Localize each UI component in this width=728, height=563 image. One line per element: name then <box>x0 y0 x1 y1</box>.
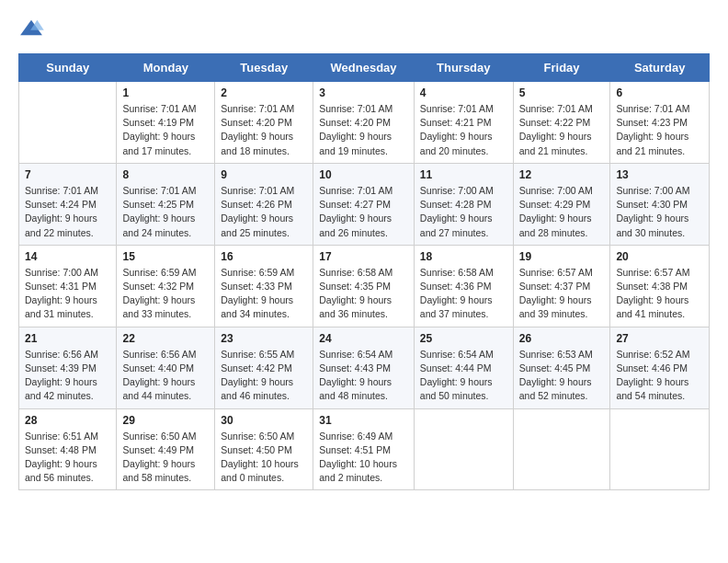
weekday-header-cell: Thursday <box>414 54 513 82</box>
calendar-cell: 24 Sunrise: 6:54 AMSunset: 4:43 PMDaylig… <box>313 327 415 408</box>
day-number: 9 <box>221 168 307 181</box>
day-number: 30 <box>221 414 307 427</box>
calendar-cell: 21 Sunrise: 6:56 AMSunset: 4:39 PMDaylig… <box>19 327 117 408</box>
cell-info: Sunrise: 6:58 AMSunset: 4:36 PMDaylight:… <box>420 266 507 322</box>
cell-info: Sunrise: 7:01 AMSunset: 4:20 PMDaylight:… <box>319 102 408 158</box>
day-number: 16 <box>221 250 307 263</box>
calendar-cell: 8 Sunrise: 7:01 AMSunset: 4:25 PMDayligh… <box>117 163 215 245</box>
day-number: 17 <box>319 250 408 263</box>
cell-info: Sunrise: 7:01 AMSunset: 4:27 PMDaylight:… <box>319 184 408 240</box>
cell-info: Sunrise: 6:50 AMSunset: 4:49 PMDaylight:… <box>122 430 209 486</box>
cell-info: Sunrise: 6:59 AMSunset: 4:32 PMDaylight:… <box>122 266 209 322</box>
weekday-header-cell: Wednesday <box>313 54 415 82</box>
calendar-table: SundayMondayTuesdayWednesdayThursdayFrid… <box>18 53 710 490</box>
day-number: 5 <box>519 86 605 99</box>
weekday-header-cell: Saturday <box>610 54 710 82</box>
calendar-cell: 18 Sunrise: 6:58 AMSunset: 4:36 PMDaylig… <box>414 245 513 327</box>
calendar-cell: 7 Sunrise: 7:01 AMSunset: 4:24 PMDayligh… <box>19 163 117 245</box>
day-number: 20 <box>616 250 703 263</box>
calendar-cell: 15 Sunrise: 6:59 AMSunset: 4:32 PMDaylig… <box>117 245 215 327</box>
day-number: 10 <box>319 168 408 181</box>
day-number: 28 <box>25 414 110 427</box>
calendar-cell: 17 Sunrise: 6:58 AMSunset: 4:35 PMDaylig… <box>313 245 415 327</box>
weekday-header-cell: Sunday <box>19 54 117 82</box>
calendar-cell <box>610 408 710 490</box>
day-number: 27 <box>616 332 703 345</box>
day-number: 24 <box>319 332 408 345</box>
calendar-cell: 4 Sunrise: 7:01 AMSunset: 4:21 PMDayligh… <box>414 82 513 164</box>
weekday-header-cell: Friday <box>513 54 610 82</box>
calendar-cell: 9 Sunrise: 7:01 AMSunset: 4:26 PMDayligh… <box>215 163 313 245</box>
calendar-cell: 10 Sunrise: 7:01 AMSunset: 4:27 PMDaylig… <box>313 163 415 245</box>
cell-info: Sunrise: 6:49 AMSunset: 4:51 PMDaylight:… <box>319 430 408 486</box>
cell-info: Sunrise: 6:57 AMSunset: 4:37 PMDaylight:… <box>519 266 605 322</box>
cell-info: Sunrise: 6:56 AMSunset: 4:39 PMDaylight:… <box>25 348 110 404</box>
day-number: 6 <box>616 86 703 99</box>
cell-info: Sunrise: 6:53 AMSunset: 4:45 PMDaylight:… <box>519 348 605 404</box>
calendar-cell: 25 Sunrise: 6:54 AMSunset: 4:44 PMDaylig… <box>414 327 513 408</box>
calendar-cell: 28 Sunrise: 6:51 AMSunset: 4:48 PMDaylig… <box>19 408 117 490</box>
day-number: 19 <box>519 250 605 263</box>
day-number: 3 <box>319 86 408 99</box>
calendar-week-row: 7 Sunrise: 7:01 AMSunset: 4:24 PMDayligh… <box>19 163 710 245</box>
day-number: 15 <box>122 250 209 263</box>
calendar-cell: 31 Sunrise: 6:49 AMSunset: 4:51 PMDaylig… <box>313 408 415 490</box>
calendar-cell: 5 Sunrise: 7:01 AMSunset: 4:22 PMDayligh… <box>513 82 610 164</box>
day-number: 14 <box>25 250 110 263</box>
calendar-cell: 13 Sunrise: 7:00 AMSunset: 4:30 PMDaylig… <box>610 163 710 245</box>
calendar-cell: 6 Sunrise: 7:01 AMSunset: 4:23 PMDayligh… <box>610 82 710 164</box>
calendar-cell <box>19 82 117 164</box>
cell-info: Sunrise: 6:54 AMSunset: 4:43 PMDaylight:… <box>319 348 408 404</box>
day-number: 23 <box>221 332 307 345</box>
calendar-cell: 29 Sunrise: 6:50 AMSunset: 4:49 PMDaylig… <box>117 408 215 490</box>
day-number: 4 <box>420 86 507 99</box>
calendar-cell: 26 Sunrise: 6:53 AMSunset: 4:45 PMDaylig… <box>513 327 610 408</box>
cell-info: Sunrise: 7:01 AMSunset: 4:25 PMDaylight:… <box>122 184 209 240</box>
cell-info: Sunrise: 6:56 AMSunset: 4:40 PMDaylight:… <box>122 348 209 404</box>
weekday-header-row: SundayMondayTuesdayWednesdayThursdayFrid… <box>19 54 710 82</box>
calendar-cell: 16 Sunrise: 6:59 AMSunset: 4:33 PMDaylig… <box>215 245 313 327</box>
day-number: 25 <box>420 332 507 345</box>
calendar-week-row: 21 Sunrise: 6:56 AMSunset: 4:39 PMDaylig… <box>19 327 710 408</box>
weekday-header-cell: Monday <box>117 54 215 82</box>
day-number: 29 <box>122 414 209 427</box>
calendar-cell: 2 Sunrise: 7:01 AMSunset: 4:20 PMDayligh… <box>215 82 313 164</box>
cell-info: Sunrise: 6:55 AMSunset: 4:42 PMDaylight:… <box>221 348 307 404</box>
calendar-week-row: 14 Sunrise: 7:00 AMSunset: 4:31 PMDaylig… <box>19 245 710 327</box>
calendar-cell: 14 Sunrise: 7:00 AMSunset: 4:31 PMDaylig… <box>19 245 117 327</box>
cell-info: Sunrise: 7:01 AMSunset: 4:20 PMDaylight:… <box>221 102 307 158</box>
calendar-cell: 23 Sunrise: 6:55 AMSunset: 4:42 PMDaylig… <box>215 327 313 408</box>
cell-info: Sunrise: 7:01 AMSunset: 4:26 PMDaylight:… <box>221 184 307 240</box>
calendar-body: 1 Sunrise: 7:01 AMSunset: 4:19 PMDayligh… <box>19 82 710 490</box>
cell-info: Sunrise: 7:00 AMSunset: 4:30 PMDaylight:… <box>616 184 703 240</box>
cell-info: Sunrise: 6:54 AMSunset: 4:44 PMDaylight:… <box>420 348 507 404</box>
logo <box>18 18 48 39</box>
calendar-cell <box>414 408 513 490</box>
cell-info: Sunrise: 7:00 AMSunset: 4:31 PMDaylight:… <box>25 266 110 322</box>
weekday-header-cell: Tuesday <box>215 54 313 82</box>
day-number: 8 <box>122 168 209 181</box>
day-number: 31 <box>319 414 408 427</box>
calendar-cell: 3 Sunrise: 7:01 AMSunset: 4:20 PMDayligh… <box>313 82 415 164</box>
cell-info: Sunrise: 7:00 AMSunset: 4:28 PMDaylight:… <box>420 184 507 240</box>
cell-info: Sunrise: 7:01 AMSunset: 4:24 PMDaylight:… <box>25 184 110 240</box>
cell-info: Sunrise: 7:01 AMSunset: 4:19 PMDaylight:… <box>122 102 209 158</box>
cell-info: Sunrise: 6:50 AMSunset: 4:50 PMDaylight:… <box>221 430 307 486</box>
day-number: 1 <box>122 86 209 99</box>
calendar-week-row: 28 Sunrise: 6:51 AMSunset: 4:48 PMDaylig… <box>19 408 710 490</box>
day-number: 26 <box>519 332 605 345</box>
cell-info: Sunrise: 7:01 AMSunset: 4:23 PMDaylight:… <box>616 102 703 158</box>
calendar-cell <box>513 408 610 490</box>
cell-info: Sunrise: 6:57 AMSunset: 4:38 PMDaylight:… <box>616 266 703 322</box>
calendar-cell: 27 Sunrise: 6:52 AMSunset: 4:46 PMDaylig… <box>610 327 710 408</box>
cell-info: Sunrise: 7:01 AMSunset: 4:21 PMDaylight:… <box>420 102 507 158</box>
cell-info: Sunrise: 7:00 AMSunset: 4:29 PMDaylight:… <box>519 184 605 240</box>
cell-info: Sunrise: 7:01 AMSunset: 4:22 PMDaylight:… <box>519 102 605 158</box>
calendar-cell: 19 Sunrise: 6:57 AMSunset: 4:37 PMDaylig… <box>513 245 610 327</box>
page-header <box>18 18 710 39</box>
calendar-cell: 22 Sunrise: 6:56 AMSunset: 4:40 PMDaylig… <box>117 327 215 408</box>
calendar-cell: 20 Sunrise: 6:57 AMSunset: 4:38 PMDaylig… <box>610 245 710 327</box>
day-number: 13 <box>616 168 703 181</box>
calendar-cell: 30 Sunrise: 6:50 AMSunset: 4:50 PMDaylig… <box>215 408 313 490</box>
day-number: 18 <box>420 250 507 263</box>
